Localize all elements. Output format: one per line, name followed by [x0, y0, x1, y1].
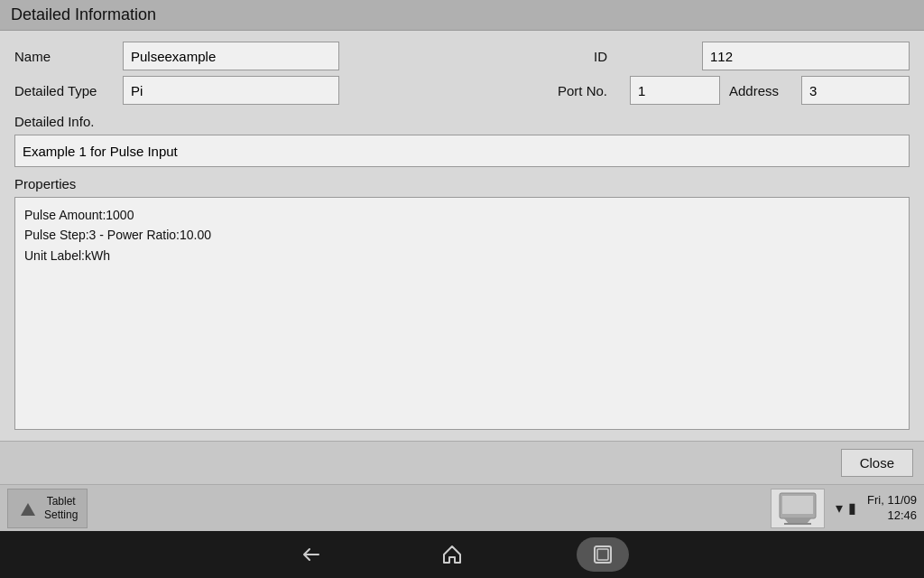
- id-label: ID: [594, 49, 693, 64]
- svg-rect-4: [784, 523, 811, 525]
- recents-button[interactable]: [577, 537, 629, 572]
- home-button[interactable]: [436, 538, 468, 571]
- svg-marker-0: [21, 503, 35, 516]
- taskbar-right: ▾ ▮ Fri, 11/09 12:46: [771, 489, 917, 528]
- detailed-info-label: Detailed Info.: [14, 114, 910, 129]
- svg-rect-6: [597, 549, 608, 560]
- svg-rect-2: [782, 496, 813, 514]
- action-bar: Close: [0, 441, 924, 484]
- wifi-icon: ▾: [836, 499, 843, 517]
- tablet-setting-label: TabletSetting: [44, 495, 78, 521]
- status-icons: ▾ ▮: [836, 499, 856, 517]
- properties-line2: Pulse Step:3 - Power Ratio:10.00: [24, 225, 900, 245]
- nav-bar: [0, 531, 924, 578]
- page-title: Detailed Information: [11, 5, 156, 23]
- taskbar: TabletSetting ▾ ▮ Fri, 11/09 12:46: [0, 484, 924, 531]
- detailed-type-input[interactable]: [123, 76, 339, 105]
- properties-line1: Pulse Amount:1000: [24, 205, 900, 225]
- properties-box: Pulse Amount:1000 Pulse Step:3 - Power R…: [14, 197, 910, 430]
- port-no-label: Port No.: [558, 83, 621, 98]
- tablet-up-icon: [17, 498, 39, 519]
- form-row-type-port-address: Detailed Type Port No. Address: [14, 76, 910, 105]
- name-input[interactable]: [123, 42, 339, 70]
- home-icon: [441, 544, 463, 565]
- battery-icon: ▮: [848, 499, 856, 517]
- datetime-display: Fri, 11/09 12:46: [867, 493, 917, 524]
- device-icon: [771, 489, 825, 528]
- form-row-name-id: Name ID: [14, 42, 910, 70]
- date-text: Fri, 11/09: [867, 493, 917, 508]
- back-icon: [300, 544, 322, 565]
- name-label: Name: [14, 49, 114, 64]
- detailed-info-input[interactable]: [14, 135, 910, 167]
- properties-line3: Unit Label:kWh: [24, 246, 900, 266]
- address-input[interactable]: [801, 76, 910, 105]
- close-button[interactable]: Close: [841, 449, 913, 477]
- tablet-setting-button[interactable]: TabletSetting: [7, 489, 88, 528]
- address-label: Address: [729, 83, 792, 98]
- detailed-type-label: Detailed Type: [14, 83, 114, 98]
- time-text: 12:46: [867, 508, 917, 524]
- main-content: Name ID Detailed Type Port No. Address D…: [0, 31, 924, 441]
- port-no-input[interactable]: [630, 76, 720, 105]
- properties-label: Properties: [14, 176, 910, 191]
- id-input[interactable]: [702, 42, 910, 70]
- back-button[interactable]: [295, 538, 328, 571]
- recents-icon: [593, 545, 613, 564]
- title-bar: Detailed Information: [0, 0, 924, 31]
